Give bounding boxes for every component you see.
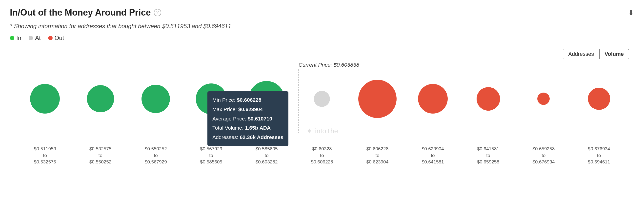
x-label-3: $0.567929to$0.585605 xyxy=(184,146,239,166)
x-label-4: $0.585605to$0.603282 xyxy=(239,146,294,166)
bubble-col-7 xyxy=(405,84,460,114)
bubbles-row xyxy=(10,72,634,126)
bubble-col-1 xyxy=(72,85,128,112)
chart-area: Current Price: $0.603838 $0.511953to$0.5… xyxy=(10,62,634,166)
page-header: In/Out of the Money Around Price ? ⬇ xyxy=(10,8,634,18)
x-label-5: $0.60328to$0.606228 xyxy=(294,146,350,166)
bubble-7 xyxy=(418,84,448,114)
x-label-10: $0.676934to$0.694611 xyxy=(572,146,627,166)
bubble-2 xyxy=(142,85,170,113)
bubble-0 xyxy=(30,84,60,114)
bubble-col-6 xyxy=(350,80,405,118)
bubble-col-10 xyxy=(572,88,627,110)
bubble-8 xyxy=(476,87,500,110)
legend-dot-out xyxy=(48,36,52,40)
legend-dot-in xyxy=(10,36,14,40)
legend-item-out: Out xyxy=(48,34,64,42)
bubble-9 xyxy=(537,92,550,105)
header-left: In/Out of the Money Around Price ? xyxy=(10,8,161,18)
legend: In At Out xyxy=(10,34,634,42)
current-price-label: Current Price: $0.603838 xyxy=(298,62,359,68)
x-label-1: $0.532575to$0.550252 xyxy=(72,146,128,166)
bubble-10 xyxy=(588,88,610,110)
legend-item-at: At xyxy=(29,34,41,42)
bubble-col-8 xyxy=(460,87,516,110)
legend-item-in: In xyxy=(10,34,21,42)
bubble-5 xyxy=(314,91,330,107)
bubble-1 xyxy=(87,85,114,112)
tooltip: Min Price: $0.606228Max Price: $0.623904… xyxy=(208,91,288,146)
bubble-col-2 xyxy=(128,85,184,113)
x-label-7: $0.623904to$0.641581 xyxy=(405,146,460,166)
controls-row: Addresses Volume xyxy=(10,49,634,59)
help-icon[interactable]: ? xyxy=(154,9,161,16)
bubble-6 xyxy=(358,80,396,118)
x-label-8: $0.641581to$0.659258 xyxy=(460,146,516,166)
volume-button[interactable]: Volume xyxy=(599,49,629,59)
x-label-0: $0.511953to$0.532575 xyxy=(17,146,72,166)
legend-label-at: At xyxy=(35,34,41,42)
x-label-2: $0.550252to$0.567929 xyxy=(128,146,184,166)
bubble-col-5 xyxy=(294,91,350,107)
bubble-col-9 xyxy=(516,92,571,105)
legend-label-out: Out xyxy=(54,34,64,42)
page-title: In/Out of the Money Around Price xyxy=(10,8,151,18)
bubble-col-0 xyxy=(17,84,72,114)
addresses-button[interactable]: Addresses xyxy=(563,49,599,59)
axis-line xyxy=(10,143,634,143)
subtitle: * Showing information for addresses that… xyxy=(10,23,634,30)
x-label-9: $0.659258to$0.676934 xyxy=(516,146,571,166)
legend-label-in: In xyxy=(16,34,21,42)
x-labels: $0.511953to$0.532575$0.532575to$0.550252… xyxy=(10,146,634,166)
download-icon[interactable]: ⬇ xyxy=(628,8,634,17)
legend-dot-at xyxy=(29,36,33,40)
x-label-6: $0.606228to$0.623904 xyxy=(350,146,405,166)
